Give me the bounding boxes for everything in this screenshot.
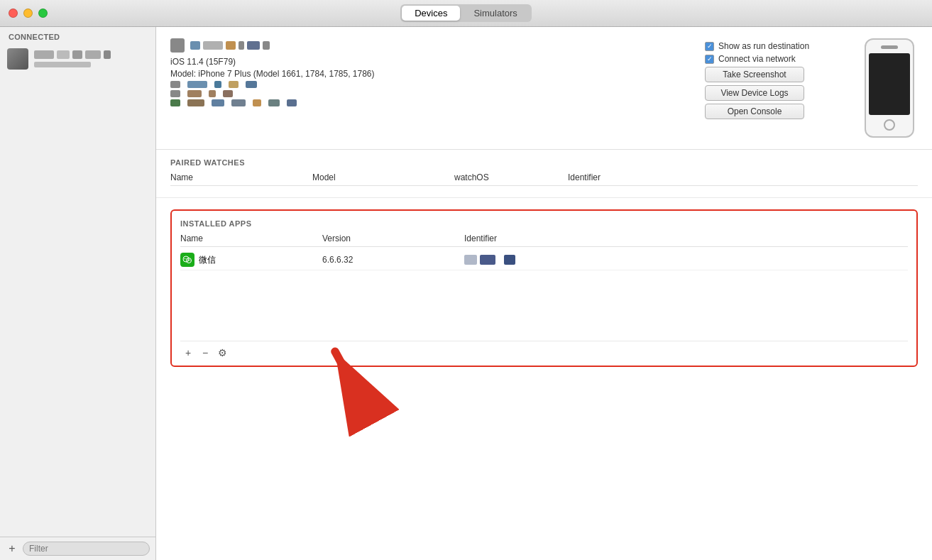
phone-speaker	[881, 45, 898, 49]
tab-simulators[interactable]: Simulators	[461, 6, 530, 21]
blurred-sub	[34, 62, 91, 67]
connect-via-network-checkbox[interactable]: ✓	[705, 55, 714, 64]
window-controls	[9, 9, 48, 18]
app-name-cell: 微信	[180, 253, 322, 267]
minimize-button[interactable]	[23, 9, 33, 18]
blurred-row-2	[170, 90, 691, 97]
watches-table-header: Name Model watchOS Identifier	[170, 172, 918, 186]
table-row: 微信 6.6.6.32	[180, 250, 908, 270]
svg-point-3	[187, 258, 188, 260]
bn1	[190, 41, 200, 50]
installed-apps-title: INSTALLED APPS	[180, 219, 908, 228]
app-settings-button[interactable]: ⚙	[214, 346, 230, 360]
watches-col-watchos: watchOS	[454, 172, 568, 182]
device-controls: ✓ Show as run destination ✓ Connect via …	[705, 38, 847, 119]
apps-col-identifier: Identifier	[464, 234, 908, 243]
device-model: Model: iPhone 7 Plus (Model 1661, 1784, …	[170, 69, 691, 79]
device-header: iOS 11.4 (15F79) Model: iPhone 7 Plus (M…	[156, 27, 932, 150]
device-info: iOS 11.4 (15F79) Model: iPhone 7 Plus (M…	[170, 38, 691, 109]
bn4	[239, 41, 244, 50]
show-run-destination-row: ✓ Show as run destination	[705, 41, 847, 51]
app-identifier	[464, 255, 908, 265]
wechat-icon	[180, 253, 194, 267]
remove-app-button[interactable]: −	[197, 346, 213, 360]
watches-col-name: Name	[170, 172, 312, 182]
app-name: 微信	[199, 254, 216, 266]
bn5	[247, 41, 260, 50]
paired-watches-title: PAIRED WATCHES	[170, 158, 918, 167]
titlebar: Devices Simulators	[0, 0, 932, 27]
add-app-button[interactable]: +	[180, 346, 196, 360]
device-avatar	[170, 38, 185, 53]
blurred-name-2	[57, 50, 70, 59]
show-run-destination-label: Show as run destination	[718, 41, 809, 51]
watches-col-model: Model	[312, 172, 454, 182]
tab-devices[interactable]: Devices	[402, 6, 460, 21]
ios-version: iOS 11.4 (15F79)	[170, 57, 691, 67]
paired-watches-section: PAIRED WATCHES Name Model watchOS Identi…	[156, 150, 932, 198]
phone-home-button	[884, 119, 895, 131]
filter-input[interactable]	[23, 542, 150, 556]
apps-toolbar: + − ⚙	[180, 341, 908, 366]
sidebar-bottom: +	[0, 537, 155, 560]
bn6	[263, 41, 270, 50]
bn3	[226, 41, 236, 50]
device-name-row	[170, 38, 691, 53]
blurred-name-5	[104, 50, 111, 59]
apps-col-name: Name	[180, 234, 322, 243]
apps-col-version: Version	[322, 234, 464, 243]
watches-col-identifier: Identifier	[568, 172, 918, 182]
apps-table-body: 微信 6.6.6.32	[180, 250, 908, 335]
device-icon	[7, 48, 28, 70]
open-console-button[interactable]: Open Console	[705, 104, 804, 119]
blurred-name-3	[72, 50, 82, 59]
phone-screen	[869, 53, 910, 115]
blurred-name-4	[85, 50, 101, 59]
blurred-row-1	[170, 81, 691, 88]
content-area: iOS 11.4 (15F79) Model: iPhone 7 Plus (M…	[156, 27, 932, 560]
app-version: 6.6.6.32	[322, 255, 464, 265]
apps-table-header: Name Version Identifier	[180, 234, 908, 247]
svg-point-4	[187, 260, 188, 260]
sidebar-device-item[interactable]	[0, 44, 155, 74]
blurred-name-1	[34, 50, 54, 59]
phone-illustration	[861, 38, 918, 138]
main-layout: Connected +	[0, 27, 932, 560]
installed-apps-section: INSTALLED APPS Name Version Identifier	[170, 209, 918, 367]
blurred-row-3	[170, 99, 691, 106]
connect-via-network-label: Connect via network	[718, 54, 796, 64]
close-button[interactable]	[9, 9, 18, 18]
sidebar: Connected +	[0, 27, 156, 560]
show-run-destination-checkbox[interactable]: ✓	[705, 42, 714, 51]
sidebar-section-connected: Connected	[0, 27, 155, 44]
bn2	[203, 41, 223, 50]
phone-body	[865, 38, 914, 138]
maximize-button[interactable]	[38, 9, 48, 18]
connect-via-network-row: ✓ Connect via network	[705, 54, 847, 64]
add-device-button[interactable]: +	[6, 542, 18, 555]
svg-point-2	[185, 258, 186, 260]
svg-point-0	[183, 256, 189, 262]
main-tab-group: Devices Simulators	[400, 4, 532, 22]
view-device-logs-button[interactable]: View Device Logs	[705, 85, 804, 101]
svg-point-5	[190, 260, 190, 260]
take-screenshot-button[interactable]: Take Screenshot	[705, 67, 804, 82]
